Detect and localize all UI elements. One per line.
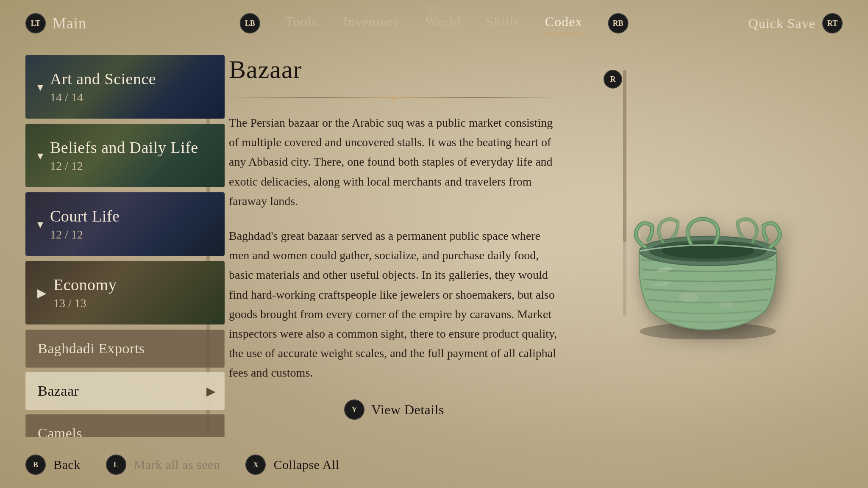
svg-point-7: [696, 284, 720, 296]
rt-button[interactable]: RT: [822, 13, 843, 33]
view-details-label: View Details: [371, 402, 444, 418]
text-panel: Bazaar The Persian bazaar or the Arabic …: [229, 55, 559, 437]
category-name-art-science: Art and Science: [50, 69, 213, 88]
main-nav-section: LT Main: [25, 13, 86, 33]
quick-save-label: Quick Save: [748, 16, 815, 31]
sub-item-label-camels: Camels: [38, 425, 82, 437]
bottom-bar: B Back L Mark all as seen X Collapse All: [0, 441, 868, 488]
category-count-economy: 13 / 13: [53, 297, 213, 310]
main-label[interactable]: Main: [53, 14, 86, 32]
mark-all-seen-label: Mark all as seen: [134, 458, 220, 472]
entry-paragraph-2: Baghdad's great bazaar served as a perma…: [229, 226, 559, 383]
category-count-court: 12 / 12: [50, 228, 213, 241]
tab-tools[interactable]: Tools: [286, 14, 318, 33]
entry-title: Bazaar: [229, 55, 559, 84]
tab-codex[interactable]: Codex: [545, 14, 583, 33]
category-arrow-court-icon: ▾: [37, 217, 43, 231]
collapse-all-label: Collapse All: [273, 458, 339, 472]
category-court-life[interactable]: ▾ Court Life 12 / 12: [25, 192, 225, 256]
category-economy[interactable]: ▶ Economy 13 / 13: [25, 261, 225, 324]
title-divider: [229, 97, 559, 98]
back-action[interactable]: B Back: [25, 455, 81, 475]
sub-item-bazaar[interactable]: Bazaar ▶: [25, 372, 225, 410]
category-arrow-icon: ▾: [37, 80, 43, 94]
category-count-art-science: 14 / 14: [50, 91, 213, 104]
top-navigation: LT Main LB Tools Inventory World Skills …: [0, 0, 868, 47]
sub-item-camels[interactable]: Camels: [25, 414, 225, 437]
tab-world[interactable]: World: [425, 14, 461, 33]
tab-inventory[interactable]: Inventory: [343, 14, 399, 33]
rb-button[interactable]: RB: [608, 13, 628, 33]
main-content: Bazaar The Persian bazaar or the Arabic …: [229, 55, 843, 437]
sub-item-label-baghdadi: Baghdadi Exports: [38, 341, 145, 357]
category-name-beliefs: Beliefs and Daily Life: [50, 138, 213, 157]
mark-all-seen-action[interactable]: L Mark all as seen: [106, 455, 220, 475]
category-name-economy: Economy: [53, 275, 213, 294]
category-beliefs-daily-life[interactable]: ▾ Beliefs and Daily Life 12 / 12: [25, 124, 225, 187]
artifact-image: [602, 140, 814, 352]
sub-item-arrow-icon: ▶: [206, 384, 216, 398]
sidebar: ▾ Art and Science 14 / 14 ▾ Beliefs and …: [25, 55, 225, 437]
sub-item-label-bazaar: Bazaar: [38, 383, 79, 399]
collapse-all-action[interactable]: X Collapse All: [245, 455, 339, 475]
y-button: Y: [344, 399, 364, 420]
l-button: L: [106, 455, 126, 475]
category-arrow-economy-icon: ▶: [37, 286, 47, 300]
nav-right-section: Quick Save RT: [748, 13, 843, 33]
category-name-court: Court Life: [50, 207, 213, 225]
tab-skills[interactable]: Skills: [486, 14, 520, 33]
entry-paragraph-1: The Persian bazaar or the Arabic suq was…: [229, 113, 559, 211]
back-label: Back: [53, 458, 81, 472]
category-count-beliefs: 12 / 12: [50, 159, 213, 173]
category-art-and-science[interactable]: ▾ Art and Science 14 / 14: [25, 55, 225, 119]
view-details-button[interactable]: Y View Details: [229, 399, 559, 420]
category-arrow-beliefs-icon: ▾: [37, 149, 43, 163]
b-button: B: [25, 455, 46, 475]
nav-tabs: LB Tools Inventory World Skills Codex RB: [240, 13, 629, 33]
x-button: X: [245, 455, 266, 475]
ceramic-bowl-svg: [610, 153, 805, 339]
sub-item-baghdadi-exports[interactable]: Baghdadi Exports: [25, 330, 225, 368]
lb-button[interactable]: LB: [240, 13, 260, 33]
svg-point-5: [679, 292, 698, 302]
image-panel: [585, 55, 831, 437]
svg-point-6: [720, 301, 735, 308]
lt-button[interactable]: LT: [25, 13, 46, 33]
